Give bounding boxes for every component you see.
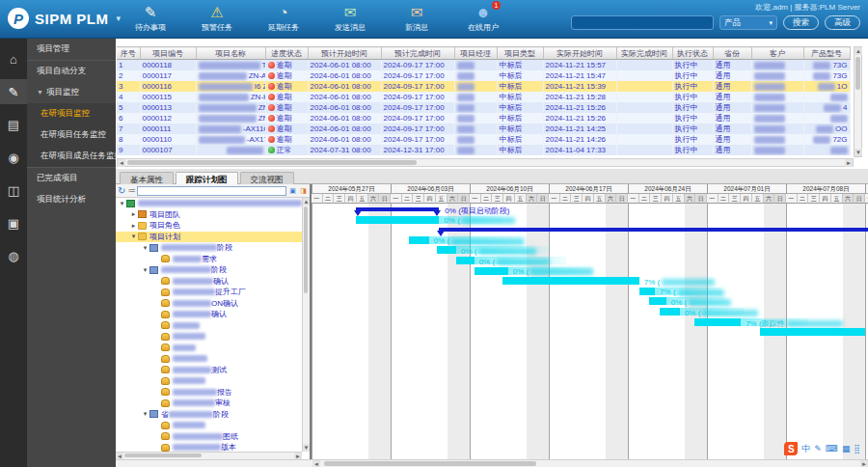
- tree-node[interactable]: [116, 353, 302, 365]
- card-icon[interactable]: ▣: [0, 210, 27, 235]
- sidebar-item-项目自动分支[interactable]: 项目自动分支: [27, 61, 116, 82]
- bottom-scroll-strip[interactable]: ◄ ►: [116, 459, 868, 467]
- sidebar-item-已完成项目[interactable]: 已完成项目: [27, 167, 116, 189]
- table-row[interactable]: 50000113 ZN512G…逾期2024-06-01 08:002024-0…: [117, 102, 850, 113]
- toolbar-online-users[interactable]: ☻1在线用户: [458, 3, 508, 33]
- table-row[interactable]: 70000111 -AX11OO逾期2024-06-01 08:002024-0…: [117, 124, 850, 134]
- chevron-down-icon[interactable]: ▾: [129, 233, 138, 240]
- column-header[interactable]: 客户: [751, 47, 803, 60]
- table-row[interactable]: 30000116 I6 ZN-…逾期2024-06-01 08:002024-0…: [117, 81, 850, 92]
- chevron-down-icon[interactable]: ▾: [141, 266, 149, 274]
- logo-caret-icon[interactable]: ▾: [117, 14, 122, 23]
- tree-horizontal-scrollbar[interactable]: ◄ ►: [116, 452, 302, 459]
- column-header[interactable]: 执行状态: [672, 47, 713, 60]
- tree-node[interactable]: ▸项目团队: [116, 209, 302, 221]
- data-icon[interactable]: ▤: [0, 112, 27, 137]
- scroll-up-icon[interactable]: ▲: [854, 47, 862, 55]
- table-hscroll-thumb[interactable]: [127, 160, 417, 165]
- column-header[interactable]: 预计开始时间: [308, 47, 381, 60]
- tree-node[interactable]: ▾阶段: [116, 264, 302, 276]
- sidebar-item-项目管理[interactable]: 项目管理: [27, 39, 116, 61]
- chevron-right-icon[interactable]: ▸: [129, 210, 138, 218]
- table-row[interactable]: 40000115 ZN-HP…逾期2024-06-01 08:002024-09…: [117, 92, 850, 102]
- column-header[interactable]: 省份: [713, 47, 751, 60]
- task-bar[interactable]: [760, 328, 865, 336]
- scroll-down-icon[interactable]: ▼: [303, 444, 310, 452]
- tree-filter-icon[interactable]: ◨: [299, 186, 308, 195]
- book-icon[interactable]: ◫: [0, 178, 27, 203]
- tree-node[interactable]: 测试: [116, 365, 302, 376]
- tree-node[interactable]: [116, 343, 302, 354]
- search-button[interactable]: 搜索: [783, 15, 819, 30]
- tree-vscroll-thumb[interactable]: [304, 206, 308, 293]
- task-bar[interactable]: [502, 277, 639, 285]
- scroll-left-icon[interactable]: ◄: [116, 453, 123, 459]
- chevron-down-icon[interactable]: ▾: [141, 410, 149, 418]
- sidebar-item-项目统计分析[interactable]: 项目统计分析: [27, 189, 116, 210]
- sogou-ime-icon[interactable]: S: [784, 442, 798, 455]
- tree-vertical-scrollbar[interactable]: ▲ ▼: [302, 198, 310, 452]
- home-icon[interactable]: ⌂: [0, 46, 27, 71]
- tree-node[interactable]: ▾: [116, 198, 302, 209]
- scroll-left-icon[interactable]: ◄: [118, 159, 125, 167]
- gantt-hscroll-thumb[interactable]: [324, 461, 536, 466]
- tree-node[interactable]: ▸项目角色: [116, 220, 302, 232]
- column-header[interactable]: 实际完成时间: [616, 47, 672, 60]
- tree-node[interactable]: 报告: [116, 387, 302, 398]
- table-row[interactable]: 60000112 ZN512G…逾期2024-06-01 08:002024-0…: [117, 113, 850, 124]
- tree-node[interactable]: ▾阶段: [116, 242, 302, 254]
- global-search-input[interactable]: [571, 15, 714, 30]
- tree-node[interactable]: 图纸: [116, 431, 302, 443]
- task-bar[interactable]: [409, 236, 429, 244]
- toolbar-delayed-tasks[interactable]: ◔延期任务: [258, 3, 309, 33]
- table-vscroll-thumb[interactable]: [855, 57, 860, 90]
- scroll-right-icon[interactable]: ►: [845, 159, 853, 167]
- tree-view-icon[interactable]: ▣: [288, 186, 297, 195]
- task-bar[interactable]: [475, 267, 508, 275]
- sidebar-item-在研项目监控[interactable]: 在研项目监控: [27, 103, 116, 124]
- chevron-down-icon[interactable]: ▾: [141, 244, 149, 252]
- tree-node[interactable]: [116, 420, 302, 431]
- scroll-right-icon[interactable]: ►: [860, 460, 868, 467]
- column-header[interactable]: 产品型号: [803, 47, 850, 60]
- tree-search-input[interactable]: [137, 186, 286, 196]
- summary-bar[interactable]: [439, 228, 868, 232]
- chevron-right-icon[interactable]: ▸: [129, 222, 138, 230]
- ime-button-1[interactable]: ✎: [814, 443, 822, 454]
- tree-node[interactable]: [116, 331, 302, 343]
- column-header[interactable]: 项目名称: [196, 47, 265, 60]
- toolbar-warning-tasks[interactable]: ⚠预警任务: [192, 3, 242, 33]
- tree-node[interactable]: ON确认: [116, 298, 302, 310]
- ime-button-0[interactable]: 中: [801, 443, 810, 454]
- advanced-search-button[interactable]: 高级: [825, 15, 860, 30]
- tree-node[interactable]: [116, 375, 302, 387]
- column-header[interactable]: 进度状态: [265, 47, 308, 60]
- task-bar[interactable]: [456, 257, 475, 264]
- toolbar-todo-items[interactable]: ✎待办事项: [125, 3, 176, 33]
- summary-bar[interactable]: [356, 207, 440, 211]
- column-header[interactable]: 序号: [117, 47, 140, 60]
- task-bar[interactable]: [660, 308, 680, 316]
- list-icon[interactable]: ≔: [127, 186, 135, 195]
- task-bar[interactable]: [356, 216, 440, 224]
- search-category-select[interactable]: 产品 ▾: [719, 15, 777, 30]
- scroll-left-icon[interactable]: ◄: [312, 460, 320, 467]
- tree-node[interactable]: ▾省阶段: [116, 409, 302, 421]
- disc-icon[interactable]: ◉: [0, 145, 27, 170]
- sidebar-item-在研项目成员任务监控[interactable]: 在研项目成员任务监控: [27, 146, 116, 167]
- tree-node[interactable]: 提升工厂: [116, 287, 302, 298]
- tree-node[interactable]: 版本: [116, 442, 302, 452]
- scroll-right-icon[interactable]: ►: [294, 453, 302, 459]
- column-header[interactable]: 实际开始时间: [543, 47, 616, 60]
- tree-hscroll-thumb[interactable]: [124, 453, 202, 457]
- tree-node[interactable]: 审核: [116, 398, 302, 409]
- task-bar[interactable]: [437, 246, 456, 254]
- table-horizontal-scrollbar[interactable]: ◄ ►: [117, 158, 854, 167]
- table-row[interactable]: 20000117 ZN-A…逾期2024-06-01 08:002024-09-…: [117, 70, 850, 81]
- tree-node[interactable]: 确认: [116, 309, 302, 320]
- tree-node[interactable]: 确认: [116, 276, 302, 288]
- scroll-down-icon[interactable]: ▼: [854, 149, 862, 156]
- task-bar[interactable]: [639, 288, 655, 295]
- toolbar-send-message[interactable]: ✉发送消息: [325, 3, 375, 33]
- table-vertical-scrollbar[interactable]: ▲ ▼: [854, 46, 862, 157]
